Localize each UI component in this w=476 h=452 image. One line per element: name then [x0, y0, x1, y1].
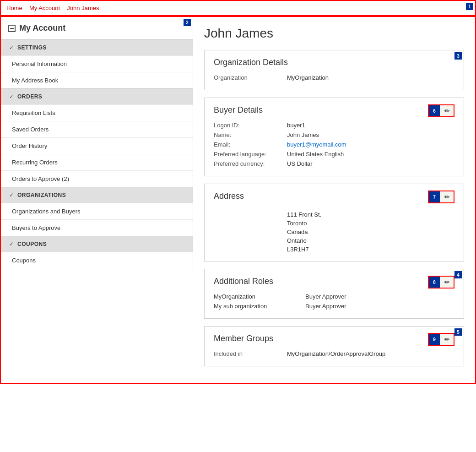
org-details-badge: 3 [454, 52, 462, 60]
section-coupons: ✓ COUPONS Coupons [1, 236, 193, 268]
org-details-title: Organization Details [214, 58, 454, 67]
coupons-header[interactable]: ✓ COUPONS [1, 236, 193, 252]
address-line-1: 111 Front St. [287, 210, 454, 219]
member-included-value: MyOrganization/OrderApprovalGroup [287, 350, 385, 357]
member-edit-badge: 9 [429, 334, 440, 345]
buyer-edit-group[interactable]: 6 ✏ [428, 104, 454, 117]
address-line-2: Toronto [287, 219, 454, 228]
roles-role-1: Buyer Approver [305, 293, 346, 300]
section-orders: ✓ ORDERS Requisition Lists Saved Orders … [1, 88, 193, 187]
org-details-card: 3 Organization Details Organization MyOr… [204, 50, 464, 90]
member-groups-card: 5 Member Groups 9 ✏ Included in MyOrgani… [204, 326, 464, 366]
buyer-logon-label: Logon ID: [214, 122, 287, 129]
buyer-currency-label: Preferred currency: [214, 160, 287, 167]
orders-chevron: ✓ [8, 93, 15, 100]
address-line-3: Canada [287, 228, 454, 236]
breadcrumb: Home My Account John James 1 [0, 0, 476, 16]
address-block: 111 Front St. Toronto Canada Ontario L3R… [214, 207, 454, 254]
page-title: John James [204, 26, 464, 41]
sidebar-item-organizations-buyers[interactable]: Organizations and Buyers [1, 203, 193, 219]
orders-items: Requisition Lists Saved Orders Order His… [1, 104, 193, 187]
roles-edit-group[interactable]: 8 ✏ [428, 276, 454, 289]
sidebar-item-buyers-to-approve[interactable]: Buyers to Approve [1, 219, 193, 236]
buyer-lang-row: Preferred language: United States Englis… [214, 149, 454, 159]
roles-edit-button[interactable]: ✏ [440, 277, 454, 288]
buyer-email-label: Email: [214, 141, 287, 148]
collapse-icon[interactable] [8, 25, 16, 32]
buyer-email-value[interactable]: buyer1@myemail.com [287, 141, 346, 148]
buyer-name-label: Name: [214, 131, 287, 138]
org-info-row: Organization MyOrganization [214, 73, 454, 82]
member-included-label: Included in [214, 350, 287, 357]
organizations-header[interactable]: ✓ ORGANIZATIONS [1, 187, 193, 203]
roles-org-1: MyOrganization [214, 293, 305, 300]
coupons-items: Coupons [1, 252, 193, 268]
sidebar: 2 My Account ✓ SETTINGS Personal Informa… [1, 17, 193, 268]
buyer-name-row: Name: John James [214, 130, 454, 140]
additional-roles-card: 4 Additional Roles 8 ✏ MyOrganization Bu… [204, 269, 464, 319]
member-edit-button[interactable]: ✏ [440, 334, 454, 345]
sidebar-item-recurring-orders[interactable]: Recurring Orders [1, 154, 193, 170]
coupons-chevron: ✓ [8, 241, 15, 247]
buyer-currency-row: Preferred currency: US Dollar [214, 159, 454, 169]
sidebar-header: My Account [1, 17, 193, 39]
section-organizations: ✓ ORGANIZATIONS Organizations and Buyers… [1, 187, 193, 236]
org-value: MyOrganization [287, 74, 329, 81]
buyer-lang-label: Preferred language: [214, 151, 287, 158]
sidebar-item-requisition-lists[interactable]: Requisition Lists [1, 104, 193, 121]
org-label: Organization [214, 74, 287, 81]
address-edit-group[interactable]: 7 ✏ [428, 191, 454, 203]
buyer-edit-button[interactable]: ✏ [440, 105, 454, 116]
buyer-logon-row: Logon ID: buyer1 [214, 120, 454, 130]
sidebar-item-order-history[interactable]: Order History [1, 137, 193, 154]
address-edit-button[interactable]: ✏ [440, 191, 454, 202]
breadcrumb-home[interactable]: Home [6, 5, 22, 11]
sidebar-item-coupons[interactable]: Coupons [1, 252, 193, 268]
settings-header[interactable]: ✓ SETTINGS [1, 40, 193, 55]
sidebar-title: My Account [19, 23, 65, 33]
sidebar-item-orders-to-approve[interactable]: Orders to Approve (2) [1, 170, 193, 187]
additional-roles-title: Additional Roles [214, 277, 454, 286]
buyer-details-card: Buyer Details 6 ✏ Logon ID: buyer1 Name:… [204, 98, 464, 176]
sidebar-badge: 2 [184, 19, 191, 26]
buyer-edit-badge: 6 [429, 105, 440, 116]
main-layout: 2 My Account ✓ SETTINGS Personal Informa… [0, 16, 476, 384]
buyer-details-title: Buyer Details [214, 105, 454, 115]
address-card: Address 7 ✏ 111 Front St. Toronto Canada… [204, 184, 464, 261]
breadcrumb-my-account[interactable]: My Account [29, 5, 60, 11]
buyer-lang-value: United States English [287, 151, 344, 158]
address-edit-badge: 7 [429, 191, 440, 202]
roles-edit-badge: 8 [429, 277, 440, 288]
member-groups-title: Member Groups [214, 334, 454, 343]
buyer-name-value: John James [287, 131, 319, 138]
section-settings: ✓ SETTINGS Personal Information My Addre… [1, 39, 193, 88]
sidebar-item-saved-orders[interactable]: Saved Orders [1, 121, 193, 137]
organizations-label: ORGANIZATIONS [17, 192, 66, 198]
sidebar-item-personal-info[interactable]: Personal Information [1, 55, 193, 72]
settings-items: Personal Information My Address Book [1, 55, 193, 88]
organizations-chevron: ✓ [8, 192, 15, 198]
orders-label: ORDERS [17, 93, 42, 100]
breadcrumb-sep-2 [62, 5, 65, 11]
orders-header[interactable]: ✓ ORDERS [1, 89, 193, 104]
sidebar-item-address-book[interactable]: My Address Book [1, 72, 193, 88]
breadcrumb-badge: 1 [466, 3, 473, 10]
roles-row-1: MyOrganization Buyer Approver [214, 292, 454, 301]
address-title: Address [214, 191, 454, 201]
main-content: John James 3 Organization Details Organi… [193, 17, 475, 383]
member-groups-badge: 5 [454, 328, 462, 336]
breadcrumb-john-james[interactable]: John James [67, 5, 99, 11]
buyer-email-row: Email: buyer1@myemail.com [214, 140, 454, 149]
member-included-row: Included in MyOrganization/OrderApproval… [214, 349, 454, 359]
roles-row-2: My sub organization Buyer Approver [214, 301, 454, 311]
buyer-logon-value: buyer1 [287, 122, 305, 129]
settings-label: SETTINGS [17, 44, 47, 51]
additional-roles-badge: 4 [454, 271, 462, 278]
buyer-currency-value: US Dollar [287, 160, 313, 167]
roles-org-2: My sub organization [214, 303, 305, 310]
settings-chevron: ✓ [8, 44, 15, 51]
address-line-5: L3R1H7 [287, 245, 454, 254]
roles-role-2: Buyer Approver [305, 303, 346, 310]
breadcrumb-sep-1 [24, 5, 27, 11]
member-edit-group[interactable]: 9 ✏ [428, 333, 454, 346]
